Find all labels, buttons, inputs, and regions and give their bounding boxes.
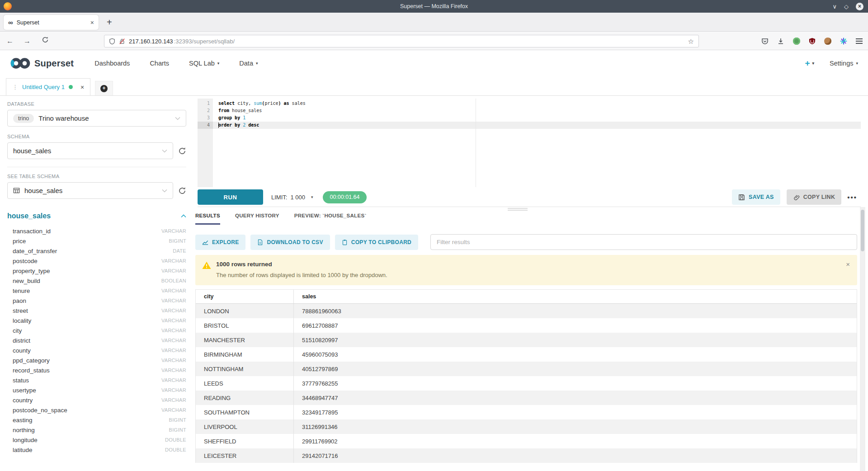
table-header-cell[interactable]: city [196, 290, 294, 303]
table-row[interactable]: BIRMINGHAM45960075093 [196, 347, 857, 362]
rows-returned-alert: 1000 rows returned The number of rows di… [195, 255, 857, 285]
new-item-button[interactable]: +▾ [805, 58, 814, 68]
column-row[interactable]: ppd_categoryVARCHAR [7, 355, 186, 365]
column-row[interactable]: date_of_transferDATE [7, 246, 186, 256]
window-minimize-icon[interactable]: ∨ [832, 4, 837, 9]
extension-colorful-icon[interactable] [840, 38, 847, 45]
database-select[interactable]: trino Trino warehouse [7, 110, 186, 127]
column-row[interactable]: paonVARCHAR [7, 296, 186, 306]
extension-ublock-icon[interactable] [809, 38, 816, 45]
browser-urlbar: ← → 217.160.120.143 :32393/superset/sqll… [0, 32, 868, 50]
menu-hamburger-icon[interactable] [856, 38, 863, 44]
alert-close-icon[interactable]: × [846, 260, 850, 268]
shield-icon[interactable] [109, 38, 115, 45]
download-csv-button[interactable]: DOWNLOAD TO CSV [250, 235, 330, 250]
column-row[interactable]: localityVARCHAR [7, 316, 186, 325]
code-line[interactable]: select city, sum(price) as sales [213, 100, 861, 107]
column-name: usertype [13, 387, 36, 394]
table-row[interactable]: LIVERPOOL31126991346 [196, 419, 857, 434]
filter-results-input[interactable] [430, 234, 857, 250]
run-button[interactable]: RUN [198, 189, 263, 205]
save-as-button[interactable]: SAVE AS [732, 189, 780, 205]
copy-link-button[interactable]: COPY LINK [787, 189, 842, 205]
refresh-tables-icon[interactable] [178, 187, 186, 195]
table-header-cell[interactable]: sales [294, 290, 857, 303]
drag-handle-icon[interactable]: ⋮ [12, 84, 18, 90]
column-row[interactable]: new_buildBOOLEAN [7, 276, 186, 286]
schema-select[interactable]: house_sales [7, 142, 173, 159]
add-query-tab-button[interactable]: + [95, 81, 113, 95]
column-row[interactable]: record_statusVARCHAR [7, 365, 186, 375]
column-row[interactable]: postcodeVARCHAR [7, 256, 186, 266]
reload-button[interactable] [42, 36, 49, 43]
insecure-lock-icon[interactable] [119, 38, 125, 45]
url-input[interactable]: 217.160.120.143 :32393/superset/sqllab/ … [104, 35, 699, 47]
table-row[interactable]: LEEDS37779768255 [196, 376, 857, 391]
extension-cookie-icon[interactable] [824, 38, 831, 45]
results-scrollbar[interactable] [860, 207, 865, 471]
sql-editor[interactable]: 1234 select city, sum(price) as salesfro… [198, 99, 861, 187]
collapse-table-icon[interactable] [181, 214, 186, 218]
column-row[interactable]: priceBIGINT [7, 236, 186, 246]
column-row[interactable]: countyVARCHAR [7, 345, 186, 355]
column-row[interactable]: property_typeVARCHAR [7, 266, 186, 276]
nav-item-data[interactable]: Data▾ [239, 60, 258, 67]
column-row[interactable]: cityVARCHAR [7, 325, 186, 335]
table-row[interactable]: LEICESTER29142071716 [196, 448, 857, 463]
code-line[interactable]: group by 1 [213, 114, 861, 122]
table-row[interactable]: SOUTHAMPTON32349177895 [196, 405, 857, 419]
table-row[interactable]: LONDON788861960063 [196, 304, 857, 318]
column-row[interactable]: northingBIGINT [7, 425, 186, 435]
window-close-icon[interactable]: × [856, 3, 863, 10]
limit-dropdown[interactable]: LIMIT: 1 000 ▾ [271, 194, 313, 201]
tab-preview-house-sales[interactable]: PREVIEW: `HOUSE_SALES` [294, 213, 367, 225]
nav-item-charts[interactable]: Charts [150, 60, 169, 67]
column-row[interactable]: usertypeVARCHAR [7, 385, 186, 395]
table-row[interactable]: MANCHESTER51510820997 [196, 333, 857, 347]
table-row[interactable]: SHEFFIELD29911769902 [196, 434, 857, 448]
table-row[interactable]: BRISTOL69612708887 [196, 318, 857, 333]
bookmark-star-icon[interactable]: ☆ [688, 38, 694, 45]
window-maximize-icon[interactable]: ◇ [844, 4, 849, 9]
copy-clipboard-button[interactable]: COPY TO CLIPBOARD [335, 235, 418, 250]
code-line[interactable]: order by 2 desc [213, 122, 861, 129]
column-row[interactable]: postcode_no_spaceVARCHAR [7, 405, 186, 415]
code-line[interactable]: from house_sales [213, 107, 861, 114]
column-row[interactable]: eastingBIGINT [7, 415, 186, 425]
table-select[interactable]: house_sales [7, 182, 173, 199]
table-name-heading[interactable]: house_sales [7, 212, 51, 220]
column-row[interactable]: streetVARCHAR [7, 306, 186, 316]
more-options-button[interactable]: ••• [847, 193, 857, 201]
new-tab-button[interactable]: + [107, 16, 112, 28]
table-row[interactable]: READING34468947747 [196, 391, 857, 405]
back-button[interactable]: ← [6, 37, 14, 46]
downloads-icon[interactable] [777, 38, 784, 45]
column-row[interactable]: longitudeDOUBLE [7, 435, 186, 445]
tab-query-history[interactable]: QUERY HISTORY [235, 213, 279, 225]
refresh-schemas-icon[interactable] [178, 147, 186, 155]
browser-tab-close-icon[interactable]: × [90, 19, 94, 26]
browser-tab[interactable]: ∞ Superset × [4, 15, 99, 30]
query-tab[interactable]: ⋮ Untitled Query 1 × [6, 78, 90, 95]
nav-item-dashboards[interactable]: Dashboards [94, 60, 130, 67]
nav-item-sql-lab[interactable]: SQL Lab▾ [189, 60, 219, 67]
column-row[interactable]: latitudeDOUBLE [7, 445, 186, 455]
pocket-icon[interactable] [761, 38, 769, 45]
superset-logo-icon[interactable] [10, 57, 31, 70]
column-row[interactable]: districtVARCHAR [7, 335, 186, 345]
table-row[interactable]: NOTTINGHAM40512797869 [196, 362, 857, 376]
column-row[interactable]: countryVARCHAR [7, 395, 186, 405]
column-row[interactable]: statusVARCHAR [7, 375, 186, 385]
scrollbar-thumb[interactable] [861, 210, 864, 251]
extension-privacy-icon[interactable] [793, 38, 800, 45]
explore-button[interactable]: EXPLORE [195, 235, 245, 250]
editor-code[interactable]: select city, sum(price) as salesfrom hou… [213, 99, 861, 187]
brand-name[interactable]: Superset [34, 58, 74, 69]
tab-results[interactable]: RESULTS [195, 213, 220, 225]
settings-menu[interactable]: Settings▾ [830, 60, 858, 67]
sqllab-sidebar: DATABASE trino Trino warehouse SCHEMA ho… [7, 99, 186, 455]
query-tab-close-icon[interactable]: × [80, 84, 84, 91]
column-row[interactable]: tenureVARCHAR [7, 286, 186, 296]
column-row[interactable]: transaction_idVARCHAR [7, 226, 186, 236]
forward-button[interactable]: → [24, 37, 31, 46]
